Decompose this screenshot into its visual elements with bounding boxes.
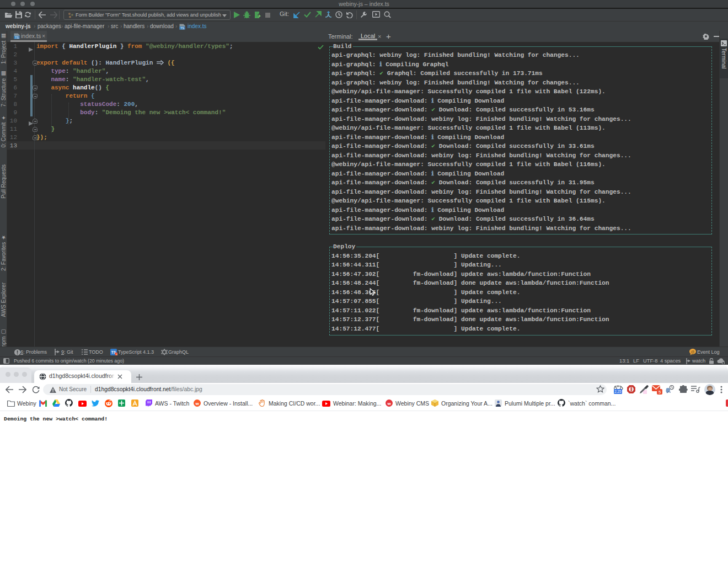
- svg-text:TS: TS: [180, 26, 184, 30]
- svg-text:w: w: [195, 401, 199, 406]
- svg-text:@: @: [691, 350, 695, 354]
- svg-text:2.25: 2.25: [614, 390, 622, 393]
- svg-text:w: w: [387, 401, 391, 406]
- svg-text:5: 5: [659, 390, 661, 395]
- svg-text:TS: TS: [15, 36, 19, 39]
